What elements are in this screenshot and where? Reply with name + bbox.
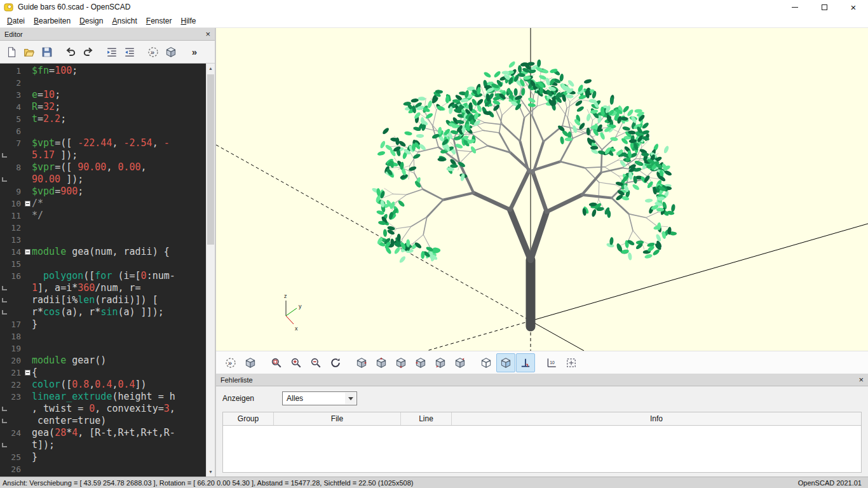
redo-button[interactable] — [79, 43, 97, 61]
window-title: Guide bars 60.scad - OpenSCAD — [18, 3, 130, 11]
preview-icon: » — [147, 46, 159, 58]
undo-button[interactable] — [62, 43, 79, 61]
right-side: z y x »10 Fehlerliste × Anzeigen Alles — [216, 28, 868, 477]
error-table-body — [223, 426, 861, 472]
view-bottom-button[interactable] — [391, 353, 410, 372]
line-number: 1 — [0, 65, 23, 77]
code-text: r*cos(a), r*sin(a) ]]); — [32, 306, 164, 318]
view-diagonal-button[interactable] — [477, 353, 496, 372]
code-line: r*cos(a), r*sin(a) ]]); — [0, 306, 215, 318]
preview-button[interactable]: » — [144, 43, 162, 61]
view-front-button[interactable] — [431, 353, 450, 372]
render-button[interactable] — [241, 353, 260, 372]
fold-marker-icon[interactable] — [25, 370, 31, 376]
scroll-up-button[interactable]: ▲ — [207, 64, 215, 73]
crosshairs-button[interactable] — [562, 353, 581, 372]
editor-scrollbar[interactable]: ▲ ▼ — [206, 64, 215, 477]
error-panel-title: Fehlerliste — [220, 376, 253, 384]
axis-label-y: y — [299, 303, 302, 309]
indent-increase-button[interactable] — [121, 43, 139, 61]
menu-item-ansicht[interactable]: Ansicht — [107, 15, 141, 27]
menu-item-datei[interactable]: Datei — [3, 15, 29, 27]
save-file-button[interactable] — [38, 43, 56, 61]
view-right-button[interactable] — [352, 353, 371, 372]
zoom-out-button[interactable] — [306, 353, 325, 372]
minimize-button[interactable] — [780, 0, 810, 14]
open-file-button[interactable] — [20, 43, 38, 61]
anzeigen-select[interactable]: Alles — [282, 391, 357, 405]
code-line: 1], a=i*360/num, r= — [0, 282, 215, 294]
zoom-all-button[interactable] — [267, 353, 286, 372]
fold-margin — [23, 113, 32, 125]
close-button[interactable]: × — [839, 0, 868, 14]
render-button[interactable] — [162, 43, 180, 61]
menu-item-fenster[interactable]: Fenster — [142, 15, 177, 27]
new-file-button[interactable] — [3, 43, 20, 61]
wrap-marker — [0, 403, 23, 415]
editor-panel-titlebar: Editor × — [0, 28, 215, 41]
scroll-down-button[interactable]: ▼ — [207, 467, 215, 477]
code-text: linear_extrude(height = h — [32, 391, 175, 403]
code-text: e=10; — [32, 89, 60, 101]
viewport-3d[interactable]: z y x — [216, 28, 868, 351]
fold-marker-icon[interactable] — [25, 249, 31, 255]
line-number: 17 — [0, 318, 23, 330]
maximize-icon — [822, 4, 827, 10]
scroll-thumb[interactable] — [207, 74, 214, 245]
status-bar: Ansicht: Verschiebung = [ 43.59 254.78 2… — [0, 477, 868, 488]
line-number: 5 — [0, 113, 23, 125]
code-text: module gea(num, radii) { — [32, 246, 170, 258]
fold-marker-icon[interactable] — [25, 201, 31, 207]
code-text: $vpt=([ -22.44, -2.54, - — [32, 137, 170, 149]
code-line: 6 — [0, 125, 215, 137]
scale-markers-button[interactable]: 10 — [542, 353, 561, 372]
error-panel-close-button[interactable]: × — [858, 376, 864, 384]
fold-margin — [23, 89, 32, 101]
code-text: { — [32, 367, 37, 379]
fold-margin — [23, 427, 32, 439]
fold-margin — [23, 149, 32, 161]
code-text: module gear() — [32, 355, 106, 367]
zoom-in-button[interactable] — [287, 353, 306, 372]
viewport-toolbar: »10 — [216, 351, 868, 374]
status-view-info: Ansicht: Verschiebung = [ 43.59 254.78 2… — [0, 479, 413, 487]
line-number: 6 — [0, 125, 23, 137]
fold-margin — [23, 125, 32, 137]
code-line: 15 — [0, 258, 215, 270]
code-line: , twist = 0, convexity=3, — [0, 403, 215, 415]
error-panel: Fehlerliste × Anzeigen Alles Group File … — [216, 374, 868, 477]
orthogonal-button[interactable] — [516, 353, 535, 372]
svg-text:10: 10 — [550, 360, 555, 364]
open-file-icon — [24, 46, 35, 58]
menu-item-bearbeiten[interactable]: Bearbeiten — [29, 15, 75, 27]
line-number: 26 — [0, 463, 23, 475]
fold-margin — [23, 439, 32, 451]
code-editor[interactable]: 1$fn=100;23e=10;4R=32;5t=2.2;67$vpt=([ -… — [0, 64, 215, 477]
code-line: 9$vpd=900; — [0, 186, 215, 198]
wrap-marker — [0, 149, 23, 161]
maximize-button[interactable] — [810, 0, 839, 14]
menu-item-design[interactable]: Design — [75, 15, 107, 27]
fold-margin — [23, 101, 32, 113]
code-line: 4R=32; — [0, 101, 215, 113]
preview-button[interactable]: » — [221, 353, 240, 372]
code-text: polygon([for (i=[0:num- — [32, 270, 175, 282]
code-text: } — [32, 451, 37, 463]
menu-item-hilfe[interactable]: Hilfe — [177, 15, 201, 27]
line-number: 15 — [0, 258, 23, 270]
fold-margin — [23, 210, 32, 222]
line-number: 23 — [0, 391, 23, 403]
code-text: t=2.2; — [32, 113, 66, 125]
perspective-button[interactable] — [496, 353, 515, 372]
editor-close-button[interactable]: × — [205, 30, 210, 38]
more-button[interactable]: » — [186, 43, 203, 61]
view-back-button[interactable] — [451, 353, 470, 372]
reset-view-button[interactable] — [326, 353, 345, 372]
line-number: 4 — [0, 101, 23, 113]
code-line: 5t=2.2; — [0, 113, 215, 125]
line-number: 25 — [0, 451, 23, 463]
wrap-marker — [0, 306, 23, 318]
indent-decrease-button[interactable] — [103, 43, 121, 61]
view-left-button[interactable] — [411, 353, 430, 372]
view-top-button[interactable] — [372, 353, 391, 372]
